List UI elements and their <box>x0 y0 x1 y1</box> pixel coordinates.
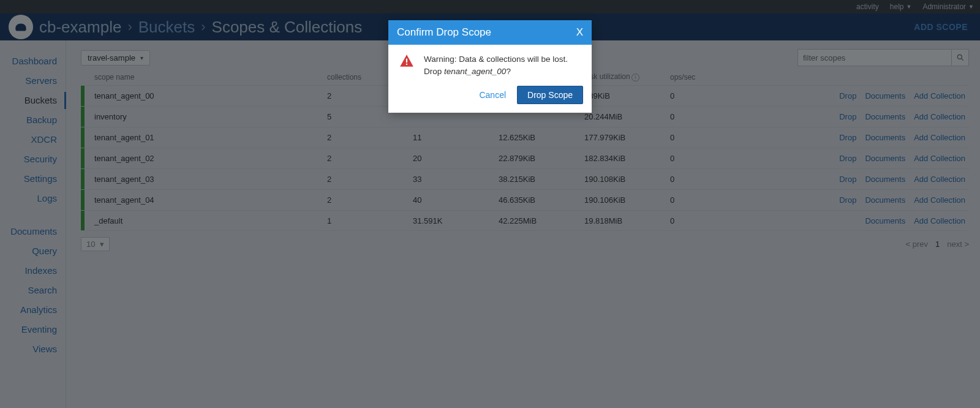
svg-rect-2 <box>406 59 407 63</box>
warning-icon <box>398 53 415 69</box>
cancel-button[interactable]: Cancel <box>479 90 506 100</box>
dialog-title: Confirm Drop Scope <box>397 26 491 39</box>
confirm-drop-scope-dialog: Confirm Drop Scope X Warning: Data & col… <box>388 20 592 113</box>
dialog-message: Warning: Data & collections will be lost… <box>424 53 568 77</box>
modal-overlay: Confirm Drop Scope X Warning: Data & col… <box>0 0 980 408</box>
drop-scope-button[interactable]: Drop Scope <box>517 86 583 104</box>
dialog-header: Confirm Drop Scope X <box>388 20 592 45</box>
svg-rect-3 <box>406 64 407 65</box>
close-icon[interactable]: X <box>576 26 583 39</box>
